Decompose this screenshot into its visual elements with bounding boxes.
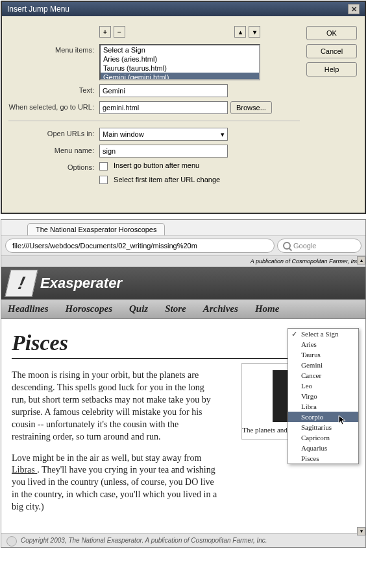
nav-link[interactable]: Horoscopes bbox=[66, 303, 113, 314]
main-nav: HeadlinesHoroscopesQuizStoreArchivesHome bbox=[1, 300, 365, 319]
dropdown-option[interactable]: Taurus bbox=[288, 349, 358, 360]
dropdown-option[interactable]: Capricorn bbox=[288, 432, 358, 443]
list-item[interactable]: Taurus (taurus.html) bbox=[101, 64, 259, 73]
logo-icon: ! bbox=[5, 270, 38, 297]
browser-tab[interactable]: The National Exasperator Horoscopes bbox=[27, 223, 165, 235]
insert-jump-menu-dialog: Insert Jump Menu ✕ + − ▴ ▾ Menu items: bbox=[1, 1, 366, 214]
dialog-title: Insert Jump Menu bbox=[7, 5, 69, 14]
ok-button[interactable]: OK bbox=[306, 26, 357, 40]
help-button[interactable]: Help bbox=[306, 62, 357, 76]
browser-window: The National Exasperator Horoscopes file… bbox=[1, 219, 366, 548]
list-item[interactable]: Select a Sign bbox=[101, 45, 259, 54]
dropdown-option[interactable]: Scorpio bbox=[288, 412, 358, 422]
page-footer: Copyright 2003, The National Exasperator… bbox=[1, 533, 365, 547]
scroll-up-button[interactable]: ▴ bbox=[357, 256, 365, 265]
nav-link[interactable]: Archives bbox=[203, 303, 238, 314]
brand-name: Exasperater bbox=[40, 275, 122, 292]
text-label: Text: bbox=[8, 84, 99, 94]
list-item[interactable]: Aries (aries.html) bbox=[101, 54, 259, 64]
close-icon[interactable]: ✕ bbox=[348, 4, 360, 14]
add-item-button[interactable]: + bbox=[99, 26, 111, 38]
remove-item-button[interactable]: − bbox=[114, 26, 125, 38]
dropdown-option[interactable]: Libra bbox=[288, 401, 358, 412]
insert-go-checkbox[interactable] bbox=[99, 162, 108, 171]
search-field[interactable]: Google bbox=[277, 239, 362, 253]
sign-dropdown[interactable]: Select a SignAriesTaurusGeminiCancerLeoV… bbox=[288, 328, 359, 464]
dropdown-option[interactable]: Pisces bbox=[288, 453, 358, 464]
text-input[interactable] bbox=[99, 84, 228, 97]
menu-name-input[interactable] bbox=[99, 145, 228, 158]
article-body: The moon is rising in your orbit, but th… bbox=[12, 370, 219, 513]
nav-link[interactable]: Quiz bbox=[129, 303, 148, 314]
dropdown-option[interactable]: Virgo bbox=[288, 391, 358, 401]
browse-button[interactable]: Browse... bbox=[230, 101, 272, 114]
options-label: Options: bbox=[8, 161, 99, 171]
nav-link[interactable]: Store bbox=[165, 303, 186, 314]
dropdown-option[interactable]: Aquarius bbox=[288, 443, 358, 453]
open-urls-label: Open URLs in: bbox=[8, 128, 99, 137]
site-banner: ! Exasperater bbox=[1, 267, 365, 300]
dropdown-option[interactable]: Leo bbox=[288, 381, 358, 391]
list-item[interactable]: Gemini (gemini.html) bbox=[101, 73, 259, 80]
menu-items-label: Menu items: bbox=[8, 44, 99, 54]
dropdown-option[interactable]: Gemini bbox=[288, 360, 358, 370]
dropdown-option[interactable]: Cancer bbox=[288, 370, 358, 381]
move-up-button[interactable]: ▴ bbox=[234, 26, 246, 38]
open-urls-select[interactable]: Main window ▾ bbox=[99, 128, 228, 141]
menu-name-label: Menu name: bbox=[8, 145, 99, 154]
nav-link[interactable]: Home bbox=[255, 303, 280, 314]
scroll-down-button[interactable]: ▾ bbox=[357, 527, 365, 535]
cancel-button[interactable]: Cancel bbox=[306, 44, 357, 58]
url-label: When selected, go to URL: bbox=[8, 101, 99, 111]
libras-link[interactable]: Libras bbox=[12, 465, 37, 475]
select-first-label: Select first item after URL change bbox=[114, 176, 220, 183]
address-bar[interactable]: file:///Users/webdocs/Documents/02_writi… bbox=[5, 239, 275, 253]
dropdown-option[interactable]: Sagittarius bbox=[288, 422, 358, 432]
url-input[interactable] bbox=[99, 101, 228, 114]
search-icon bbox=[283, 242, 291, 250]
chevron-down-icon: ▾ bbox=[221, 130, 225, 139]
dialog-titlebar: Insert Jump Menu ✕ bbox=[2, 2, 365, 16]
select-first-checkbox[interactable] bbox=[99, 176, 108, 184]
dropdown-option[interactable]: Select a Sign bbox=[288, 329, 358, 339]
dropdown-option[interactable]: Aries bbox=[288, 339, 358, 349]
move-down-button[interactable]: ▾ bbox=[249, 26, 260, 38]
menu-items-listbox[interactable]: Select a SignAries (aries.html)Taurus (t… bbox=[99, 44, 260, 80]
insert-go-label: Insert go button after menu bbox=[114, 161, 199, 169]
nav-link[interactable]: Headlines bbox=[8, 303, 49, 314]
publisher-note: A publication of Cosmopolitan Farmer, In… bbox=[1, 256, 365, 267]
